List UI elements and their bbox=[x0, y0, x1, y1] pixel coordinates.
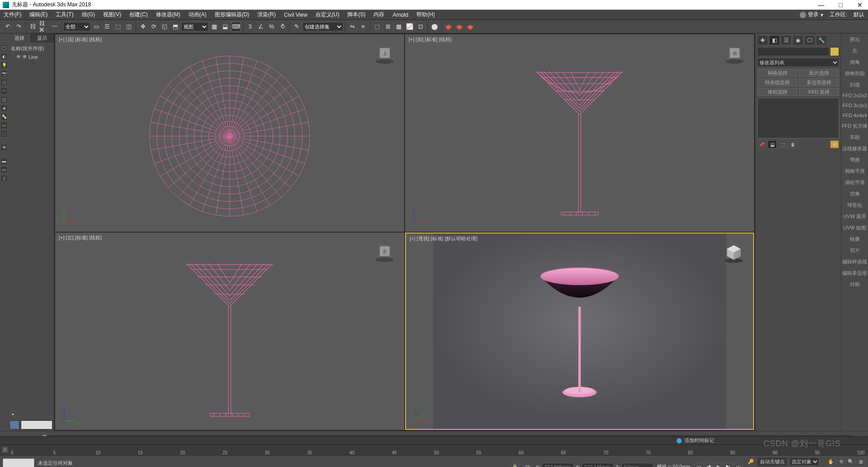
render-frame-button[interactable]: 🫖 bbox=[454, 22, 464, 32]
display-frozen-icon[interactable]: ⬚ bbox=[0, 130, 8, 138]
coord-z-field[interactable] bbox=[622, 463, 653, 467]
render-setup-button[interactable]: 🫖 bbox=[443, 22, 453, 32]
sort-asc-icon[interactable]: ▬ bbox=[0, 157, 8, 165]
key-target-dropdown[interactable]: 选定对象 bbox=[789, 457, 819, 466]
display-shapes-icon[interactable]: ◐ bbox=[0, 53, 8, 60]
unlink-button[interactable]: ⛓✕ bbox=[38, 22, 48, 32]
spline-select-button[interactable]: 样条线选择 bbox=[757, 78, 797, 86]
selection-filter[interactable]: 全部 bbox=[63, 22, 90, 31]
menu-grapheditors[interactable]: 图形编辑器(D) bbox=[215, 11, 250, 19]
mod-chamfer[interactable]: 切角 bbox=[850, 191, 860, 197]
display-geometry-icon[interactable]: ◯ bbox=[0, 44, 8, 52]
display-hidden-icon[interactable]: 👁 bbox=[0, 144, 8, 151]
sort-desc-icon[interactable]: ▭ bbox=[0, 166, 8, 173]
named-selection-sets[interactable]: 创建选择集 bbox=[302, 22, 343, 31]
mod-editspline[interactable]: 编辑样条线 bbox=[842, 258, 867, 265]
utilities-tab[interactable]: 🔧 bbox=[816, 35, 827, 45]
zoom-all-icon[interactable]: ⊞ bbox=[856, 457, 865, 467]
percent-snap-button[interactable]: % bbox=[267, 22, 277, 32]
mod-turbosmooth[interactable]: 涡轮平滑 bbox=[845, 179, 865, 186]
display-spacewarps-icon[interactable]: 〰 bbox=[0, 87, 8, 95]
play-icon[interactable]: ▶ bbox=[714, 462, 723, 467]
goto-start-icon[interactable]: ⏮ bbox=[694, 462, 703, 467]
menu-edit[interactable]: 编辑(E) bbox=[29, 11, 47, 19]
mod-bevel[interactable]: 倒角 bbox=[850, 59, 860, 66]
render-button[interactable]: 🫖 bbox=[465, 22, 475, 32]
curve-editor-button[interactable]: 📈 bbox=[405, 22, 415, 32]
layer-button[interactable]: ⬚ bbox=[372, 22, 382, 32]
freeze-icon[interactable]: ❄ bbox=[23, 54, 27, 60]
modifier-list-dropdown[interactable]: 修改器列表 bbox=[757, 58, 839, 67]
display-containers-icon[interactable]: ▭ bbox=[0, 122, 8, 129]
mod-sweep[interactable]: 扫描 bbox=[850, 81, 860, 88]
undo-button[interactable]: ↶ bbox=[3, 22, 13, 32]
configure-modifier-sets-icon[interactable]: ⊞ bbox=[830, 140, 839, 148]
mesh-select-button[interactable]: 网格选择 bbox=[757, 69, 797, 77]
menu-tools[interactable]: 工具(T) bbox=[56, 11, 73, 19]
menu-group[interactable]: 组(G) bbox=[82, 11, 95, 19]
viewport-front[interactable]: [+] [前] [标准] [线框] 前 xz bbox=[405, 34, 754, 232]
placement-button[interactable]: ⬒ bbox=[170, 22, 180, 32]
viewport-left[interactable]: [+] [左] [标准] [线框] 左 yz bbox=[55, 233, 404, 430]
display-bones-icon[interactable]: 🦴 bbox=[0, 113, 8, 120]
mod-lathe[interactable]: 车削 bbox=[850, 134, 860, 141]
mod-normal[interactable]: 法线修改器 bbox=[842, 145, 867, 152]
mod-extrude[interactable]: 挤出 bbox=[850, 36, 860, 43]
scale-button[interactable]: ◱ bbox=[160, 22, 170, 32]
menu-rendering[interactable]: 渲染(R) bbox=[257, 11, 276, 19]
mod-uvwmap[interactable]: UVW 贴图 bbox=[843, 224, 866, 231]
menu-animation[interactable]: 动画(A) bbox=[189, 11, 207, 19]
mod-editpoly[interactable]: 编辑多边形 bbox=[842, 270, 867, 276]
arc-rotate-icon[interactable]: ⟲ bbox=[836, 457, 845, 467]
scene-explorer-tree[interactable]: 名称(按升序排) 👁 ❄ Line bbox=[8, 43, 54, 62]
login-button[interactable]: 登录 ▾ bbox=[800, 11, 823, 19]
menu-content[interactable]: 内容 bbox=[373, 11, 384, 19]
window-maximize[interactable]: □ bbox=[836, 1, 845, 9]
select-by-name-button[interactable]: ☰ bbox=[102, 22, 112, 32]
menu-arnold[interactable]: Arnold bbox=[392, 12, 408, 18]
menu-civilview[interactable]: Civil View bbox=[284, 12, 307, 18]
pivot-center-button[interactable]: ▦ bbox=[209, 22, 219, 32]
mod-ffd4[interactable]: FFD 4x4x4 bbox=[843, 113, 867, 118]
redo-button[interactable]: ↷ bbox=[14, 22, 24, 32]
scene-tab-display[interactable]: 显示 bbox=[31, 33, 54, 43]
visibility-icon[interactable]: 👁 bbox=[16, 54, 21, 59]
workspace-dropdown[interactable]: 默认 bbox=[854, 11, 864, 19]
align-button[interactable]: ≡ bbox=[358, 22, 368, 32]
ffd-select-button[interactable]: FFD 选择 bbox=[799, 88, 839, 96]
show-end-result-icon[interactable]: ⬓ bbox=[768, 140, 777, 148]
display-helpers-icon[interactable]: ◻ bbox=[0, 79, 8, 86]
viewport-top[interactable]: [+] [顶] [标准] [线框] 上 xy bbox=[55, 34, 404, 232]
mod-symmetry[interactable]: 对称 bbox=[850, 281, 860, 288]
menu-views[interactable]: 视图(V) bbox=[103, 11, 121, 19]
hierarchy-tab[interactable]: ☱ bbox=[781, 35, 792, 45]
mod-bevelprofile[interactable]: 倒角剖面 bbox=[845, 70, 865, 77]
maxscript-mini-listener[interactable]: MAXScript 迷 bbox=[3, 458, 34, 467]
snap-toggle-button[interactable]: 3 bbox=[245, 22, 255, 32]
mod-meshsmooth[interactable]: 网格平滑 bbox=[845, 168, 865, 175]
expand-button[interactable]: ▸ bbox=[10, 411, 16, 417]
material-editor-button[interactable]: ⬤ bbox=[429, 22, 439, 32]
scene-tree-item[interactable]: 👁 ❄ Line bbox=[10, 53, 52, 61]
bind-spacewarp-button[interactable]: 〰 bbox=[49, 22, 59, 32]
layout-preset-split[interactable] bbox=[9, 420, 19, 429]
mod-slice[interactable]: 切片 bbox=[850, 247, 860, 254]
mod-bend[interactable]: 弯曲 bbox=[850, 157, 860, 163]
modifier-stack[interactable] bbox=[757, 98, 839, 138]
window-minimize[interactable]: — bbox=[816, 1, 827, 9]
next-frame-icon[interactable]: ▮▸ bbox=[724, 462, 733, 467]
selection-lock-icon[interactable]: 🔒 bbox=[510, 462, 519, 467]
snap-toggle-icon[interactable]: ⬤ bbox=[676, 438, 682, 443]
set-key-icon[interactable]: 🔑 bbox=[746, 457, 755, 466]
mod-ffd3[interactable]: FFD 3x3x3 bbox=[843, 103, 867, 108]
display-groups-icon[interactable]: ◫ bbox=[0, 96, 8, 103]
menu-customize[interactable]: 自定义(U) bbox=[316, 11, 340, 19]
track-expand-icon[interactable]: ☰ bbox=[2, 447, 8, 453]
window-crossing-button[interactable]: ◫ bbox=[124, 22, 134, 32]
track-bar[interactable]: ☰ 05101520253035404550556065707580859095… bbox=[0, 444, 868, 455]
mod-uvwunwrap[interactable]: UVW 展开 bbox=[843, 213, 866, 220]
ref-coord-system[interactable]: 视图 bbox=[181, 22, 208, 31]
menu-create[interactable]: 创建(C) bbox=[129, 11, 148, 19]
menu-modifiers[interactable]: 修改器(M) bbox=[156, 11, 180, 19]
remove-modifier-icon[interactable]: 🗑 bbox=[788, 140, 797, 148]
